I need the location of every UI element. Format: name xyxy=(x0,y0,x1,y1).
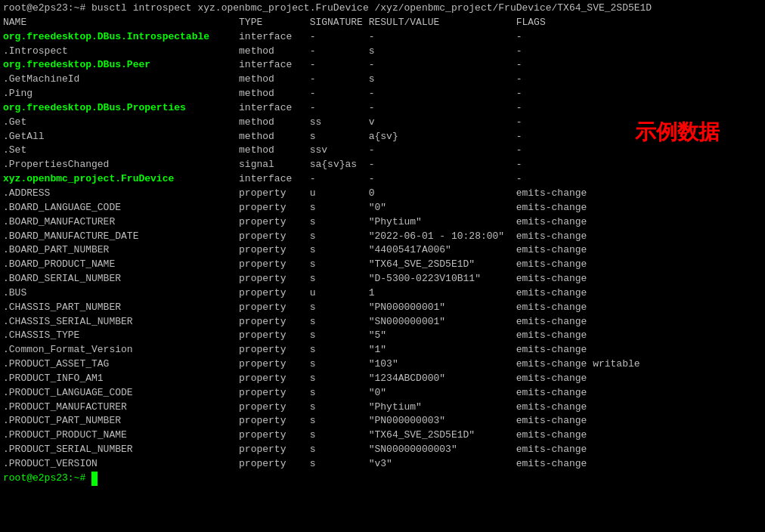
row-flags: - xyxy=(516,31,522,42)
row-type: property xyxy=(239,444,310,455)
row-name: .PRODUCT_VERSION xyxy=(3,458,239,469)
row-sig: s xyxy=(310,358,369,370)
row-result: "Phytium" xyxy=(369,216,516,227)
row-flags: emits-change xyxy=(516,444,587,455)
row-result: s xyxy=(369,45,516,57)
row-name: .Get xyxy=(3,116,239,128)
row-flags: emits-change xyxy=(516,387,587,398)
row-name: .Ping xyxy=(3,88,239,99)
row-name: .Set xyxy=(3,144,239,156)
table-row: .BOARD_PRODUCT_NAME property s "TX64_SVE… xyxy=(3,258,762,272)
row-name: .PRODUCT_MANUFACTURER xyxy=(3,401,239,413)
row-flags: - xyxy=(516,73,522,85)
table-row: .Set method ssv - - xyxy=(3,144,762,158)
row-sig: s xyxy=(310,444,369,455)
row-sig: - xyxy=(310,45,369,57)
row-type: interface xyxy=(239,102,310,113)
row-sig: s xyxy=(310,131,369,142)
row-result: s xyxy=(369,73,516,85)
row-flags: - xyxy=(516,88,522,99)
table-row: .Common_Format_Version property s "1" em… xyxy=(3,343,762,357)
row-type: property xyxy=(239,429,310,441)
row-name: .GetMachineId xyxy=(3,73,239,85)
table-row: .PRODUCT_VERSION property s "v3" emits-c… xyxy=(3,457,762,472)
row-name: org.freedesktop.DBus.Introspectable xyxy=(3,31,239,42)
row-name: .CHASSIS_PART_NUMBER xyxy=(3,302,239,313)
row-result: "TX64_SVE_2SD5E1D" xyxy=(369,258,516,270)
row-name: .Introspect xyxy=(3,45,239,57)
row-type: property xyxy=(239,458,310,469)
row-sig: s xyxy=(310,302,369,313)
data-rows: org.freedesktop.DBus.Introspectable inte… xyxy=(3,30,762,472)
row-flags: - xyxy=(516,159,522,170)
table-row: .BOARD_LANGUAGE_CODE property s "0" emit… xyxy=(3,201,762,215)
row-result: "D-5300-0223V10B11" xyxy=(369,273,516,284)
row-name: .CHASSIS_TYPE xyxy=(3,329,239,341)
row-type: property xyxy=(239,273,310,284)
row-flags: emits-change xyxy=(516,429,587,441)
row-type: interface xyxy=(239,173,310,184)
row-type: property xyxy=(239,244,310,255)
row-result: "44005417A006" xyxy=(369,244,516,255)
row-flags: - xyxy=(516,59,522,70)
row-type: interface xyxy=(239,59,310,70)
row-sig: sa{sv}as xyxy=(310,159,369,170)
row-name: .BOARD_SERIAL_NUMBER xyxy=(3,273,239,284)
row-result: "5" xyxy=(369,329,516,341)
row-sig: u xyxy=(310,287,369,298)
row-result: "103" xyxy=(369,358,516,370)
row-type: property xyxy=(239,287,310,298)
row-result: "PN000000001" xyxy=(369,302,516,313)
row-result: - xyxy=(369,88,516,99)
row-type: interface xyxy=(239,31,310,42)
row-type: property xyxy=(239,187,310,199)
row-sig: s xyxy=(310,429,369,441)
row-type: property xyxy=(239,216,310,227)
header-row: NAME TYPE SIGNATURE RESULT/VALUE FLAGS xyxy=(3,16,762,30)
row-name: org.freedesktop.DBus.Peer xyxy=(3,59,239,70)
table-row: .PRODUCT_MANUFACTURER property s "Phytiu… xyxy=(3,401,762,415)
cursor-line: root@e2ps23:~# xyxy=(3,472,762,486)
row-name: .PRODUCT_INFO_AM1 xyxy=(3,373,239,384)
row-type: property xyxy=(239,329,310,341)
row-result: "SN00000000003" xyxy=(369,444,516,455)
row-sig: s xyxy=(310,458,369,469)
table-row: .CHASSIS_TYPE property s "5" emits-chang… xyxy=(3,329,762,343)
row-type: method xyxy=(239,131,310,142)
row-result: "v3" xyxy=(369,458,516,469)
row-sig: s xyxy=(310,202,369,213)
table-row: org.freedesktop.DBus.Peer interface - - … xyxy=(3,58,762,73)
row-sig: s xyxy=(310,329,369,341)
row-flags: emits-change xyxy=(516,316,587,327)
row-sig: - xyxy=(310,173,369,184)
row-type: method xyxy=(239,73,310,85)
row-flags: emits-change xyxy=(516,458,587,469)
row-sig: - xyxy=(310,73,369,85)
row-flags: emits-change xyxy=(516,258,587,270)
table-row: .GetAll method s a{sv} - xyxy=(3,130,762,144)
row-type: property xyxy=(239,344,310,355)
table-row: .PRODUCT_ASSET_TAG property s "103" emit… xyxy=(3,357,762,372)
row-flags: emits-change xyxy=(516,244,587,255)
row-result: "1" xyxy=(369,344,516,355)
row-name: .CHASSIS_SERIAL_NUMBER xyxy=(3,316,239,327)
row-name: .BUS xyxy=(3,287,239,298)
table-row: .PRODUCT_PART_NUMBER property s "PN00000… xyxy=(3,414,762,428)
row-type: property xyxy=(239,415,310,426)
row-result: - xyxy=(369,144,516,156)
row-name: .PRODUCT_PRODUCT_NAME xyxy=(3,429,239,441)
table-row: org.freedesktop.DBus.Properties interfac… xyxy=(3,101,762,116)
row-sig: s xyxy=(310,258,369,270)
row-type: method xyxy=(239,45,310,57)
row-flags: - xyxy=(516,45,522,57)
row-sig: ssv xyxy=(310,144,369,156)
row-sig: s xyxy=(310,216,369,227)
table-row: .CHASSIS_PART_NUMBER property s "PN00000… xyxy=(3,301,762,315)
row-result: - xyxy=(369,173,516,184)
row-sig: s xyxy=(310,244,369,255)
row-flags: emits-change xyxy=(516,415,587,426)
row-result: "2022-06-01 - 10:28:00" xyxy=(369,230,516,242)
row-flags: emits-change xyxy=(516,230,587,242)
row-name: .PRODUCT_SERIAL_NUMBER xyxy=(3,444,239,455)
table-row: .Get method ss v - xyxy=(3,116,762,130)
